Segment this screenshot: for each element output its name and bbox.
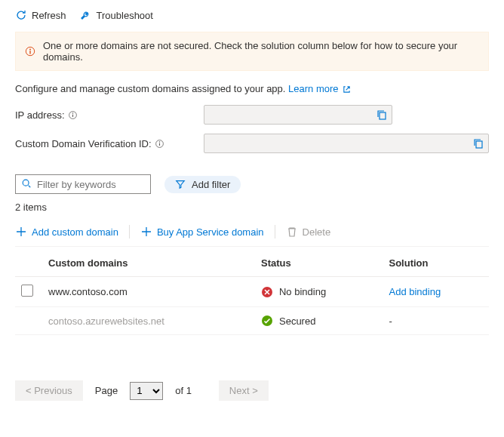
svg-rect-5 xyxy=(72,114,72,116)
ip-label-text: IP address: xyxy=(15,109,65,121)
next-button: Next > xyxy=(219,380,269,401)
page-of-text: of 1 xyxy=(175,385,192,396)
trash-icon xyxy=(286,226,298,238)
learn-more-label: Learn more xyxy=(288,83,338,94)
buy-app-service-domain-button[interactable]: Buy App Service domain xyxy=(140,226,264,238)
items-count: 2 items xyxy=(15,202,489,213)
domain-cell: www.contoso.com xyxy=(42,277,255,307)
search-icon xyxy=(21,178,32,189)
copy-verification-button[interactable] xyxy=(471,136,486,153)
col-status[interactable]: Status xyxy=(255,250,383,277)
row-checkbox[interactable] xyxy=(21,285,33,297)
top-toolbar: Refresh Troubleshoot xyxy=(15,9,489,21)
previous-button: < Previous xyxy=(15,380,83,401)
info-warning-icon xyxy=(25,46,35,57)
separator xyxy=(129,225,130,239)
svg-rect-2 xyxy=(29,51,30,54)
error-icon xyxy=(261,286,273,298)
refresh-label: Refresh xyxy=(32,10,66,21)
svg-point-1 xyxy=(29,49,31,51)
search-input[interactable] xyxy=(15,174,151,194)
col-domain[interactable]: Custom domains xyxy=(42,250,255,277)
svg-point-11 xyxy=(23,180,29,186)
plus-icon xyxy=(15,226,27,238)
svg-rect-6 xyxy=(380,112,386,119)
filter-row: Add filter xyxy=(15,174,489,194)
ip-address-field[interactable] xyxy=(204,105,392,125)
ip-address-label: IP address: xyxy=(15,109,204,121)
refresh-icon xyxy=(15,9,27,21)
filter-icon xyxy=(175,179,186,189)
solution-link[interactable]: Add binding xyxy=(389,286,441,297)
add-custom-domain-button[interactable]: Add custom domain xyxy=(15,226,118,238)
verification-id-label: Custom Domain Verification ID: xyxy=(15,138,204,149)
copy-ip-button[interactable] xyxy=(374,107,389,125)
add-filter-label: Add filter xyxy=(192,179,230,190)
domains-table: Custom domains Status Solution www.conto… xyxy=(15,250,489,335)
info-icon[interactable] xyxy=(155,139,164,149)
col-solution[interactable]: Solution xyxy=(383,250,489,277)
verification-id-field[interactable] xyxy=(204,134,489,153)
troubleshoot-button[interactable]: Troubleshoot xyxy=(80,9,153,21)
pager: < Previous Page 1 of 1 Next > xyxy=(15,380,489,401)
page-select[interactable]: 1 xyxy=(130,382,163,400)
actions-bar: Add custom domain Buy App Service domain… xyxy=(15,225,489,247)
add-filter-button[interactable]: Add filter xyxy=(164,176,241,193)
svg-point-4 xyxy=(72,112,72,113)
success-icon xyxy=(261,315,273,327)
solution-cell: - xyxy=(383,307,489,335)
table-row[interactable]: contoso.azurewebsites.netSecured- xyxy=(15,307,489,335)
warning-alert: One or more domains are not secured. Che… xyxy=(15,32,489,71)
plus-icon xyxy=(140,226,152,238)
status-cell: Secured xyxy=(261,315,377,327)
domain-cell: contoso.azurewebsites.net xyxy=(42,307,255,335)
info-icon[interactable] xyxy=(68,110,78,120)
svg-rect-10 xyxy=(476,141,482,148)
alert-text: One or more domains are not secured. Che… xyxy=(43,40,479,63)
page-label: Page xyxy=(95,385,118,396)
svg-rect-9 xyxy=(159,143,160,145)
add-domain-label: Add custom domain xyxy=(32,226,118,238)
status-text: No binding xyxy=(279,286,326,297)
ip-address-row: IP address: xyxy=(15,105,489,125)
verification-id-row: Custom Domain Verification ID: xyxy=(15,134,489,153)
copy-icon xyxy=(376,109,388,121)
delete-button: Delete xyxy=(286,226,331,238)
external-link-icon xyxy=(343,85,351,94)
description: Configure and manage custom domains assi… xyxy=(15,83,489,94)
status-text: Secured xyxy=(279,315,315,327)
description-text: Configure and manage custom domains assi… xyxy=(15,83,285,94)
delete-label: Delete xyxy=(303,226,331,238)
svg-point-8 xyxy=(158,141,159,142)
separator xyxy=(275,225,275,239)
troubleshoot-label: Troubleshoot xyxy=(97,10,153,21)
learn-more-link[interactable]: Learn more xyxy=(288,83,351,94)
copy-icon xyxy=(472,137,484,149)
solution-cell[interactable]: Add binding xyxy=(383,277,489,307)
verification-label-text: Custom Domain Verification ID: xyxy=(15,138,152,149)
refresh-button[interactable]: Refresh xyxy=(15,9,66,21)
status-cell: No binding xyxy=(261,286,377,298)
wrench-icon xyxy=(80,9,92,21)
buy-domain-label: Buy App Service domain xyxy=(157,226,264,238)
table-row[interactable]: www.contoso.comNo bindingAdd binding xyxy=(15,277,489,307)
